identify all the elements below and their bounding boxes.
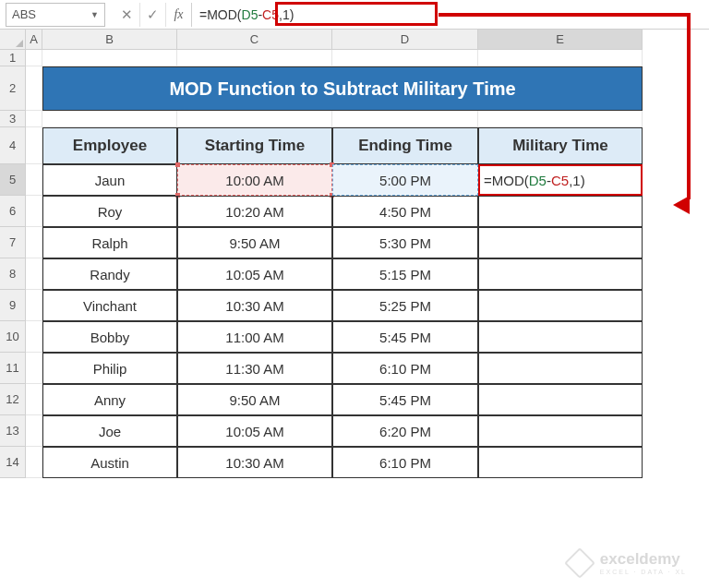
row-header-7[interactable]: 7 <box>0 227 26 258</box>
cell[interactable] <box>177 111 332 127</box>
cell[interactable] <box>26 196 42 227</box>
cell-start[interactable]: 9:50 AM <box>177 227 332 258</box>
col-header-B[interactable]: B <box>42 30 177 50</box>
cell-employee[interactable]: Philip <box>42 353 177 384</box>
cell-start-ref[interactable]: 10:00 AM <box>177 164 332 196</box>
cell-employee[interactable]: Anny <box>42 384 177 415</box>
cell-start[interactable]: 11:30 AM <box>177 353 332 384</box>
cell-start[interactable]: 11:00 AM <box>177 321 332 353</box>
row-header-11[interactable]: 11 <box>0 353 26 384</box>
cell-mil[interactable] <box>478 353 643 384</box>
header-end[interactable]: Ending Time <box>332 127 478 164</box>
header-mil[interactable]: Military Time <box>478 127 643 164</box>
cell-mil[interactable] <box>478 196 643 227</box>
row-header-4[interactable]: 4 <box>0 127 26 164</box>
cell[interactable] <box>332 50 478 66</box>
cell-start[interactable]: 9:50 AM <box>177 384 332 415</box>
cell-start[interactable]: 10:30 AM <box>177 447 332 478</box>
cell[interactable] <box>26 415 42 447</box>
cell[interactable] <box>26 321 42 353</box>
row-header-8[interactable]: 8 <box>0 258 26 290</box>
cell-employee[interactable]: Jaun <box>42 164 177 196</box>
chevron-down-icon[interactable]: ▼ <box>90 10 99 19</box>
row-header-14[interactable]: 14 <box>0 447 26 478</box>
accept-formula-button[interactable]: ✓ <box>140 3 166 27</box>
cell-end[interactable]: 6:10 PM <box>332 447 478 478</box>
row-header-12[interactable]: 12 <box>0 384 26 415</box>
col-header-E[interactable]: E <box>478 30 643 50</box>
cancel-formula-button[interactable]: ✕ <box>114 3 140 27</box>
col-header-D[interactable]: D <box>332 30 478 50</box>
cell-start[interactable]: 10:20 AM <box>177 196 332 227</box>
cell[interactable] <box>26 353 42 384</box>
cell-mil[interactable] <box>478 447 643 478</box>
row-header-9[interactable]: 9 <box>0 290 26 321</box>
row-5: 5 Jaun 10:00 AM 5:00 PM =MOD(D5-C5,1) <box>0 164 709 196</box>
title-cell[interactable]: MOD Function to Subtract Military Time <box>42 66 643 111</box>
cell-end[interactable]: 6:10 PM <box>332 353 478 384</box>
cell-mil[interactable] <box>478 415 643 447</box>
cell[interactable] <box>478 111 643 127</box>
row-2: 2 MOD Function to Subtract Military Time <box>0 66 709 111</box>
cell-employee[interactable]: Ralph <box>42 227 177 258</box>
cell[interactable] <box>26 127 42 164</box>
cell-end[interactable]: 5:30 PM <box>332 227 478 258</box>
cell[interactable] <box>26 50 42 66</box>
row-header-5[interactable]: 5 <box>0 164 26 196</box>
cell-mil[interactable] <box>478 258 643 290</box>
cell-employee[interactable]: Randy <box>42 258 177 290</box>
cell-employee[interactable]: Vinchant <box>42 290 177 321</box>
row-header-6[interactable]: 6 <box>0 196 26 227</box>
cell[interactable] <box>42 111 177 127</box>
cell[interactable] <box>42 50 177 66</box>
row-header-13[interactable]: 13 <box>0 415 26 447</box>
cell-mil[interactable] <box>478 227 643 258</box>
cell-employee[interactable]: Roy <box>42 196 177 227</box>
cell[interactable] <box>332 111 478 127</box>
cell-end[interactable]: 5:45 PM <box>332 321 478 353</box>
cell-end-ref[interactable]: 5:00 PM <box>332 164 478 196</box>
insert-function-button[interactable]: fx <box>166 3 192 27</box>
row-header-10[interactable]: 10 <box>0 321 26 353</box>
cell[interactable] <box>26 290 42 321</box>
row-header-1[interactable]: 1 <box>0 50 26 66</box>
cell-end[interactable]: 5:15 PM <box>332 258 478 290</box>
cell-end[interactable]: 5:25 PM <box>332 290 478 321</box>
cell-start[interactable]: 10:05 AM <box>177 415 332 447</box>
watermark-brand: exceldemy <box>600 550 680 568</box>
cell-mil[interactable] <box>478 384 643 415</box>
cell[interactable] <box>26 111 42 127</box>
cell-employee[interactable]: Austin <box>42 447 177 478</box>
cell-mil[interactable] <box>478 321 643 353</box>
cell-start[interactable]: 10:30 AM <box>177 290 332 321</box>
logo-icon <box>564 547 595 579</box>
cell-start[interactable]: 10:05 AM <box>177 258 332 290</box>
cell[interactable] <box>478 50 643 66</box>
cell-end[interactable]: 6:20 PM <box>332 415 478 447</box>
cell[interactable] <box>26 66 42 111</box>
row-12: 12 Anny 9:50 AM 5:45 PM <box>0 384 709 415</box>
cell-editing[interactable]: =MOD(D5-C5,1) <box>478 164 643 196</box>
cell-employee[interactable]: Joe <box>42 415 177 447</box>
cell[interactable] <box>26 227 42 258</box>
cell[interactable] <box>26 164 42 196</box>
cell[interactable] <box>26 384 42 415</box>
cell-employee[interactable]: Bobby <box>42 321 177 353</box>
header-start[interactable]: Starting Time <box>177 127 332 164</box>
cell[interactable] <box>26 258 42 290</box>
header-employee[interactable]: Employee <box>42 127 177 164</box>
cell[interactable] <box>177 50 332 66</box>
row-header-2[interactable]: 2 <box>0 66 26 111</box>
select-all-button[interactable] <box>0 30 26 50</box>
spreadsheet-grid[interactable]: A B C D E 1 2 MOD Function to Subtract M… <box>0 30 709 478</box>
col-header-A[interactable]: A <box>26 30 42 50</box>
cell-end[interactable]: 5:45 PM <box>332 384 478 415</box>
name-box[interactable]: ABS ▼ <box>6 3 105 27</box>
watermark-sub: EXCEL · DATA · XL <box>600 569 687 575</box>
col-header-C[interactable]: C <box>177 30 332 50</box>
cell-end[interactable]: 4:50 PM <box>332 196 478 227</box>
row-header-3[interactable]: 3 <box>0 111 26 127</box>
row-13: 13 Joe 10:05 AM 6:20 PM <box>0 415 709 447</box>
cell-mil[interactable] <box>478 290 643 321</box>
cell[interactable] <box>26 447 42 478</box>
